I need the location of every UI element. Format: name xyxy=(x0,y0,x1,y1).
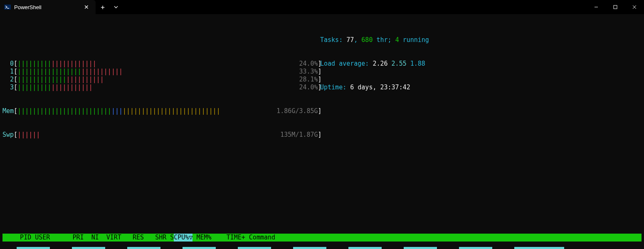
tasks-count: 77 xyxy=(346,36,354,44)
tab-dropdown-button[interactable] xyxy=(110,0,122,14)
new-tab-button[interactable]: + xyxy=(96,0,110,14)
col-mem[interactable]: MEM% xyxy=(192,234,211,242)
col-ni[interactable]: NI xyxy=(84,234,99,242)
sort-desc-icon: ▽ xyxy=(189,234,192,241)
tab-strip: PowerShell ✕ + xyxy=(0,0,122,14)
col-time[interactable]: TIME+ xyxy=(212,234,245,242)
function-key-bar[interactable] xyxy=(0,247,644,249)
powershell-icon xyxy=(4,4,11,10)
col-cpu[interactable]: CPU%▽ xyxy=(174,234,192,242)
swp-meter: Swp[|||||| 135M/1.87G] xyxy=(2,131,642,139)
mem-meter: Mem[||||||||||||||||||||||||||||||||||||… xyxy=(2,107,642,115)
tab-title: PowerShell xyxy=(14,4,81,10)
load-1: 2.26 xyxy=(373,60,387,67)
col-virt[interactable]: VIRT xyxy=(99,234,121,242)
title-bar: PowerShell ✕ + xyxy=(0,0,644,14)
maximize-button[interactable] xyxy=(606,0,625,14)
window-controls xyxy=(587,0,644,14)
uptime-label: Uptime: xyxy=(320,84,350,91)
threads-count: 680 xyxy=(361,36,373,44)
process-header[interactable]: PIDUSERPRINIVIRTRESSHRSCPU%▽MEM%TIME+Com… xyxy=(2,234,642,242)
col-pri[interactable]: PRI xyxy=(69,234,84,242)
col-command[interactable]: Command xyxy=(245,234,642,242)
col-state[interactable]: S xyxy=(166,234,174,242)
load-5: 2.55 xyxy=(392,60,407,67)
tasks-summary: Tasks: 77, 680 thr; 4 running Load avera… xyxy=(320,20,429,107)
col-shr[interactable]: SHR xyxy=(144,234,166,242)
col-res[interactable]: RES xyxy=(121,234,144,242)
load-15: 1.88 xyxy=(410,60,425,67)
tab-close-button[interactable]: ✕ xyxy=(81,3,91,11)
col-user[interactable]: USER xyxy=(31,234,69,242)
tasks-label: Tasks: xyxy=(320,36,346,44)
svg-rect-3 xyxy=(614,5,617,9)
uptime-value: 6 days, 23:37:42 xyxy=(350,84,410,91)
running-count: 4 xyxy=(395,36,399,44)
tab-powershell[interactable]: PowerShell ✕ xyxy=(0,0,96,14)
minimize-button[interactable] xyxy=(587,0,606,14)
col-pid[interactable]: PID xyxy=(5,234,31,242)
terminal-body[interactable]: 0[||||||||||||||||||||| 24.0%]1[||||||||… xyxy=(0,14,644,249)
load-label: Load average: xyxy=(320,60,373,67)
close-button[interactable] xyxy=(625,0,644,14)
